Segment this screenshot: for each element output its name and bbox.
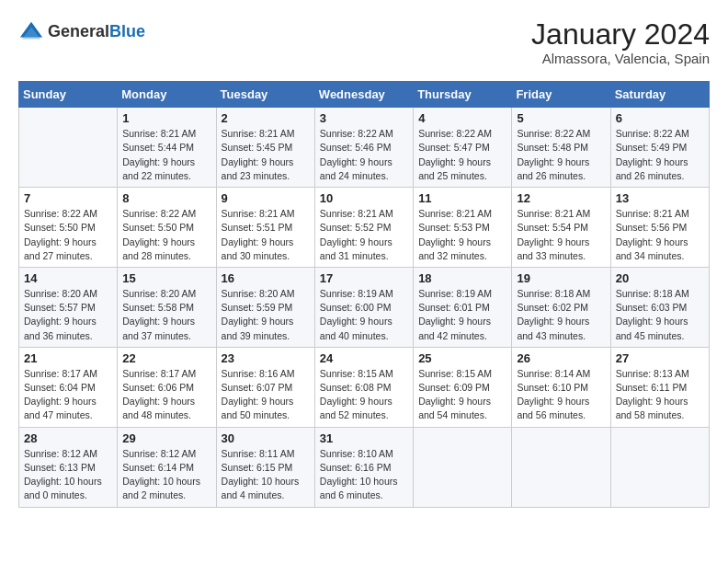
weekday-header-monday: Monday <box>118 82 216 108</box>
day-number: 19 <box>517 271 605 285</box>
day-number: 3 <box>320 111 408 125</box>
day-info: Sunrise: 8:15 AMSunset: 6:09 PMDaylight:… <box>418 367 506 423</box>
day-info: Sunrise: 8:22 AMSunset: 5:50 PMDaylight:… <box>122 207 210 263</box>
day-info: Sunrise: 8:13 AMSunset: 6:11 PMDaylight:… <box>616 367 704 423</box>
day-info: Sunrise: 8:17 AMSunset: 6:06 PMDaylight:… <box>122 367 210 423</box>
day-number: 21 <box>24 351 112 365</box>
calendar-cell: 29Sunrise: 8:12 AMSunset: 6:14 PMDayligh… <box>118 427 216 507</box>
calendar-cell: 23Sunrise: 8:16 AMSunset: 6:07 PMDayligh… <box>216 347 314 427</box>
day-number: 9 <box>222 191 310 205</box>
day-info: Sunrise: 8:22 AMSunset: 5:48 PMDaylight:… <box>517 127 605 183</box>
day-info: Sunrise: 8:21 AMSunset: 5:44 PMDaylight:… <box>122 127 210 183</box>
day-number: 29 <box>122 431 210 445</box>
day-info: Sunrise: 8:18 AMSunset: 6:02 PMDaylight:… <box>517 287 605 343</box>
day-number: 2 <box>222 111 310 125</box>
calendar-cell: 18Sunrise: 8:19 AMSunset: 6:01 PMDayligh… <box>414 267 512 347</box>
day-info: Sunrise: 8:19 AMSunset: 6:01 PMDaylight:… <box>418 287 506 343</box>
calendar-cell: 4Sunrise: 8:22 AMSunset: 5:47 PMDaylight… <box>414 108 512 188</box>
day-info: Sunrise: 8:12 AMSunset: 6:13 PMDaylight:… <box>24 447 112 503</box>
day-info: Sunrise: 8:17 AMSunset: 6:04 PMDaylight:… <box>24 367 112 423</box>
calendar-cell: 7Sunrise: 8:22 AMSunset: 5:50 PMDaylight… <box>19 188 118 268</box>
calendar-cell: 5Sunrise: 8:22 AMSunset: 5:48 PMDaylight… <box>512 108 610 188</box>
calendar-cell: 28Sunrise: 8:12 AMSunset: 6:13 PMDayligh… <box>19 427 118 507</box>
calendar-cell: 21Sunrise: 8:17 AMSunset: 6:04 PMDayligh… <box>19 347 118 427</box>
calendar-cell: 17Sunrise: 8:19 AMSunset: 6:00 PMDayligh… <box>314 267 413 347</box>
calendar-cell: 9Sunrise: 8:21 AMSunset: 5:51 PMDaylight… <box>216 188 314 268</box>
calendar-cell: 25Sunrise: 8:15 AMSunset: 6:09 PMDayligh… <box>414 347 512 427</box>
calendar-cell <box>19 108 118 188</box>
calendar-cell: 20Sunrise: 8:18 AMSunset: 6:03 PMDayligh… <box>610 267 709 347</box>
calendar-cell: 30Sunrise: 8:11 AMSunset: 6:15 PMDayligh… <box>216 427 314 507</box>
day-info: Sunrise: 8:22 AMSunset: 5:49 PMDaylight:… <box>616 127 704 183</box>
calendar-cell: 3Sunrise: 8:22 AMSunset: 5:46 PMDaylight… <box>314 108 413 188</box>
day-number: 13 <box>616 191 704 205</box>
weekday-header-sunday: Sunday <box>19 82 118 108</box>
month-title: January 2024 <box>531 18 710 51</box>
logo-text-blue: Blue <box>109 22 145 40</box>
day-number: 18 <box>418 271 506 285</box>
day-number: 14 <box>24 271 112 285</box>
day-number: 30 <box>222 431 310 445</box>
calendar-week-row: 21Sunrise: 8:17 AMSunset: 6:04 PMDayligh… <box>19 347 710 427</box>
calendar-week-row: 1Sunrise: 8:21 AMSunset: 5:44 PMDaylight… <box>19 108 710 188</box>
calendar-cell: 1Sunrise: 8:21 AMSunset: 5:44 PMDaylight… <box>118 108 216 188</box>
calendar-cell: 27Sunrise: 8:13 AMSunset: 6:11 PMDayligh… <box>610 347 709 427</box>
weekday-header-friday: Friday <box>512 82 610 108</box>
calendar-header: SundayMondayTuesdayWednesdayThursdayFrid… <box>19 82 710 108</box>
calendar-cell: 31Sunrise: 8:10 AMSunset: 6:16 PMDayligh… <box>314 427 413 507</box>
day-info: Sunrise: 8:20 AMSunset: 5:57 PMDaylight:… <box>24 287 112 343</box>
weekday-header-row: SundayMondayTuesdayWednesdayThursdayFrid… <box>19 82 710 108</box>
weekday-header-saturday: Saturday <box>610 82 709 108</box>
day-info: Sunrise: 8:20 AMSunset: 5:59 PMDaylight:… <box>222 287 310 343</box>
day-info: Sunrise: 8:21 AMSunset: 5:53 PMDaylight:… <box>418 207 506 263</box>
calendar-cell: 16Sunrise: 8:20 AMSunset: 5:59 PMDayligh… <box>216 267 314 347</box>
calendar-cell: 15Sunrise: 8:20 AMSunset: 5:58 PMDayligh… <box>118 267 216 347</box>
day-number: 17 <box>320 271 408 285</box>
calendar-cell: 22Sunrise: 8:17 AMSunset: 6:06 PMDayligh… <box>118 347 216 427</box>
calendar-cell: 8Sunrise: 8:22 AMSunset: 5:50 PMDaylight… <box>118 188 216 268</box>
calendar-cell: 14Sunrise: 8:20 AMSunset: 5:57 PMDayligh… <box>19 267 118 347</box>
day-number: 22 <box>122 351 210 365</box>
calendar-week-row: 7Sunrise: 8:22 AMSunset: 5:50 PMDaylight… <box>19 188 710 268</box>
day-number: 20 <box>616 271 704 285</box>
day-info: Sunrise: 8:10 AMSunset: 6:16 PMDaylight:… <box>320 447 408 503</box>
day-number: 15 <box>122 271 210 285</box>
weekday-header-thursday: Thursday <box>414 82 512 108</box>
day-number: 23 <box>222 351 310 365</box>
title-block: January 2024 Almassora, Valencia, Spain <box>531 18 710 66</box>
day-info: Sunrise: 8:14 AMSunset: 6:10 PMDaylight:… <box>517 367 605 423</box>
day-info: Sunrise: 8:15 AMSunset: 6:08 PMDaylight:… <box>320 367 408 423</box>
calendar-cell: 24Sunrise: 8:15 AMSunset: 6:08 PMDayligh… <box>314 347 413 427</box>
calendar-body: 1Sunrise: 8:21 AMSunset: 5:44 PMDaylight… <box>19 108 710 507</box>
day-info: Sunrise: 8:16 AMSunset: 6:07 PMDaylight:… <box>222 367 310 423</box>
calendar-week-row: 28Sunrise: 8:12 AMSunset: 6:13 PMDayligh… <box>19 427 710 507</box>
day-number: 11 <box>418 191 506 205</box>
day-info: Sunrise: 8:22 AMSunset: 5:46 PMDaylight:… <box>320 127 408 183</box>
calendar-table: SundayMondayTuesdayWednesdayThursdayFrid… <box>18 81 710 507</box>
day-info: Sunrise: 8:12 AMSunset: 6:14 PMDaylight:… <box>122 447 210 503</box>
calendar-cell: 19Sunrise: 8:18 AMSunset: 6:02 PMDayligh… <box>512 267 610 347</box>
day-info: Sunrise: 8:21 AMSunset: 5:45 PMDaylight:… <box>222 127 310 183</box>
location-subtitle: Almassora, Valencia, Spain <box>531 51 710 66</box>
calendar-cell: 12Sunrise: 8:21 AMSunset: 5:54 PMDayligh… <box>512 188 610 268</box>
day-number: 25 <box>418 351 506 365</box>
day-number: 26 <box>517 351 605 365</box>
day-number: 28 <box>24 431 112 445</box>
day-number: 5 <box>517 111 605 125</box>
calendar-week-row: 14Sunrise: 8:20 AMSunset: 5:57 PMDayligh… <box>19 267 710 347</box>
day-info: Sunrise: 8:22 AMSunset: 5:47 PMDaylight:… <box>418 127 506 183</box>
day-info: Sunrise: 8:11 AMSunset: 6:15 PMDaylight:… <box>222 447 310 503</box>
day-number: 12 <box>517 191 605 205</box>
logo-text-general: General <box>48 22 109 40</box>
day-number: 7 <box>24 191 112 205</box>
calendar-cell: 26Sunrise: 8:14 AMSunset: 6:10 PMDayligh… <box>512 347 610 427</box>
day-number: 1 <box>122 111 210 125</box>
day-info: Sunrise: 8:21 AMSunset: 5:52 PMDaylight:… <box>320 207 408 263</box>
logo: GeneralBlue <box>18 18 145 44</box>
day-info: Sunrise: 8:21 AMSunset: 5:54 PMDaylight:… <box>517 207 605 263</box>
calendar-cell: 6Sunrise: 8:22 AMSunset: 5:49 PMDaylight… <box>610 108 709 188</box>
day-number: 4 <box>418 111 506 125</box>
day-number: 31 <box>320 431 408 445</box>
calendar-cell: 2Sunrise: 8:21 AMSunset: 5:45 PMDaylight… <box>216 108 314 188</box>
day-info: Sunrise: 8:22 AMSunset: 5:50 PMDaylight:… <box>24 207 112 263</box>
